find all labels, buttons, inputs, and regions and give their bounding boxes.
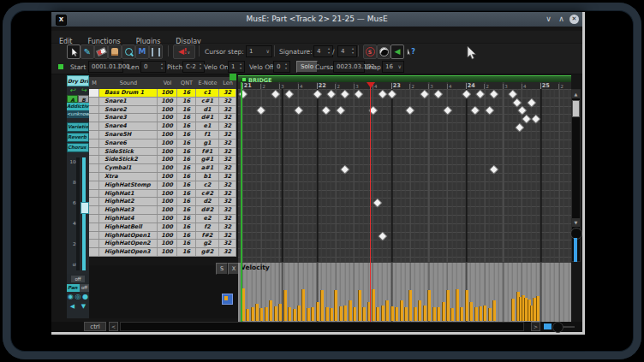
velocity-bar[interactable] [511, 299, 515, 321]
cell-len[interactable]: 32 [219, 148, 236, 156]
strip-arrow-icon[interactable]: ◀ [70, 302, 75, 311]
cell-len[interactable]: 32 [219, 114, 236, 122]
pointer-tool-button[interactable] [67, 45, 80, 59]
drum-row[interactable]: Xtra10016b132 [89, 173, 236, 181]
note-diamond[interactable] [513, 98, 522, 107]
cell-len[interactable]: 32 [219, 240, 236, 247]
velocity-bar[interactable] [437, 307, 440, 321]
cell-vol[interactable]: 100 [158, 106, 177, 114]
cell-vol[interactable]: 100 [158, 206, 177, 214]
spinner-arrows-icon[interactable]: ▴▾ [283, 62, 289, 72]
note-diamond[interactable] [322, 106, 331, 116]
routing-row[interactable]: ↩ ↪ [67, 86, 89, 95]
cell-mute[interactable] [89, 164, 99, 172]
scroll-right-button[interactable]: > [531, 322, 540, 331]
cell-qnt[interactable]: 16 [177, 139, 196, 147]
velocity-bar[interactable] [349, 300, 352, 321]
velocity-bar[interactable] [536, 296, 540, 321]
note-diamond[interactable] [532, 115, 541, 124]
velocity-bar[interactable] [404, 307, 408, 321]
velocity-bar[interactable] [307, 308, 310, 321]
cell-vol[interactable]: 100 [158, 223, 177, 231]
cell-qnt[interactable]: 16 [177, 164, 196, 172]
velocity-bar[interactable] [395, 307, 398, 321]
note-diamond[interactable] [485, 106, 494, 116]
audition-button[interactable]: ◀ [391, 45, 404, 59]
drum-row[interactable]: HighHatOpen110016f#232 [89, 232, 236, 240]
cursor-step-combo[interactable]: 1∨ [246, 45, 272, 57]
cell-enote[interactable]: f#1 [196, 148, 219, 156]
velocity-bar[interactable] [418, 300, 421, 321]
cell-sound[interactable]: HighHatOpen1 [99, 232, 158, 240]
note-diamond[interactable] [238, 89, 247, 98]
cell-sound[interactable]: Xtra [99, 173, 158, 181]
cell-sound[interactable]: SideStick2 [99, 156, 158, 163]
note-diamond[interactable] [373, 199, 383, 208]
bank-a-button[interactable]: A [67, 95, 78, 103]
cell-mute[interactable] [89, 131, 99, 139]
cell-enote[interactable]: f2 [196, 223, 219, 231]
velocity-bar[interactable] [408, 290, 412, 321]
note-diamond[interactable] [378, 89, 387, 98]
cell-sound[interactable]: HighHat4 [99, 215, 158, 223]
cell-sound[interactable]: Snare4 [99, 122, 158, 130]
send-button[interactable]: Reverb off [67, 133, 89, 142]
drum-row[interactable]: Snare410016e132 [89, 122, 236, 131]
cell-qnt[interactable]: 16 [177, 98, 196, 105]
patch-name[interactable]: Addictive D [67, 103, 89, 110]
drum-row[interactable]: Cymbal110016a#132 [89, 164, 236, 173]
velocity-bar[interactable] [442, 302, 445, 321]
cell-qnt[interactable]: 16 [177, 89, 196, 97]
cell-len[interactable]: 32 [219, 198, 236, 205]
cell-vol[interactable]: 100 [158, 139, 177, 147]
cell-qnt[interactable]: 16 [177, 240, 196, 247]
velocity-bar[interactable] [246, 309, 249, 321]
cell-vol[interactable]: 100 [158, 248, 177, 256]
drum-row[interactable]: HighHatOpen210016g232 [89, 240, 236, 248]
drum-row[interactable]: HighHat410016e232 [89, 215, 236, 223]
drum-row[interactable]: Snare310016d#132 [89, 114, 236, 122]
velocity-bar[interactable] [372, 289, 375, 321]
note-diamond[interactable] [475, 89, 485, 98]
note-diamond[interactable] [420, 89, 429, 98]
scroll-down-button[interactable]: ▼ [572, 218, 580, 227]
cell-len[interactable]: 32 [219, 156, 236, 163]
cell-mute[interactable] [89, 232, 99, 240]
velocity-bar[interactable] [316, 302, 319, 321]
note-diamond[interactable] [336, 106, 345, 116]
pitch-spin[interactable]: C-2▴▾ [182, 61, 205, 73]
cell-sound[interactable]: Snare5H [99, 131, 158, 139]
cell-vol[interactable]: 100 [158, 156, 177, 163]
pan-value[interactable]: off [80, 284, 89, 292]
note-diamond[interactable] [355, 89, 364, 98]
cell-sound[interactable]: HighHatOpen3 [99, 248, 158, 256]
cell-enote[interactable]: b1 [196, 173, 219, 181]
horizontal-zoom-handle[interactable] [544, 323, 552, 329]
strip-buttons[interactable]: ◉◎● [67, 292, 89, 302]
cell-enote[interactable]: c#1 [196, 98, 219, 105]
velocity-bar[interactable] [456, 289, 459, 321]
marker-bar[interactable]: BRIDGE [238, 75, 571, 82]
route-out-icon[interactable]: ↪ [80, 86, 86, 95]
cell-mute[interactable] [89, 98, 99, 105]
note-diamond[interactable] [515, 122, 524, 132]
velocity-bar[interactable] [330, 308, 333, 321]
note-diamond[interactable] [406, 106, 415, 116]
cell-len[interactable]: 32 [219, 106, 236, 114]
eraser-tool-button[interactable] [94, 45, 108, 59]
strip-icon[interactable]: ◎ [75, 292, 80, 302]
note-diamond[interactable] [326, 89, 336, 98]
cell-len[interactable]: 32 [219, 206, 236, 214]
velocity-bar[interactable] [446, 290, 450, 321]
cell-sound[interactable]: HighHat1 [99, 190, 158, 198]
titlebar[interactable]: X MusE: Part <Track 2> 21-25 — MusE ∨ ∧ … [51, 12, 582, 27]
note-diamond[interactable] [387, 89, 397, 98]
velocity-bar[interactable] [278, 304, 282, 321]
spinner-arrows-icon[interactable]: ▴▾ [350, 46, 355, 56]
cell-sound[interactable]: Cymbal1 [99, 164, 158, 172]
velocity-bar[interactable] [391, 306, 394, 321]
signature-numerator-spin[interactable]: 4▴▾ [313, 45, 333, 57]
cell-mute[interactable] [89, 89, 99, 97]
midi-input-button[interactable] [377, 45, 391, 59]
cell-len[interactable]: 32 [219, 122, 236, 130]
